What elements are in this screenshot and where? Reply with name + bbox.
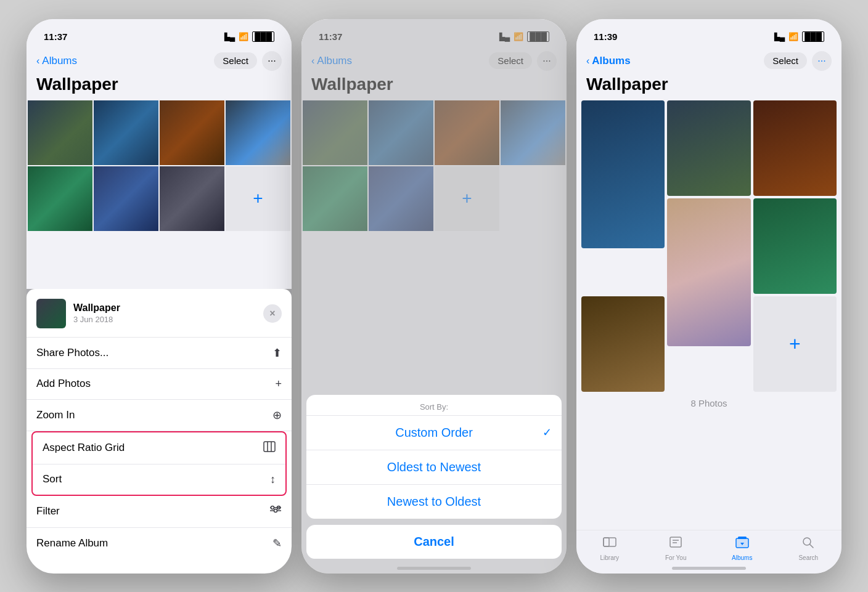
photo-cell-6[interactable] bbox=[94, 166, 158, 231]
tab-foryou[interactable]: For You bbox=[643, 535, 710, 561]
photo-cell-4[interactable] bbox=[226, 100, 290, 165]
menu-album-thumb-1 bbox=[36, 299, 66, 328]
home-indicator-3 bbox=[672, 567, 746, 570]
sort-newest-label: Newest to Oldest bbox=[387, 495, 481, 509]
sort-cancel-button-2[interactable]: Cancel bbox=[306, 525, 562, 559]
photo-cell-5[interactable] bbox=[28, 166, 92, 231]
svg-rect-12 bbox=[670, 537, 681, 547]
menu-item-add-label: Add Photos bbox=[36, 378, 91, 390]
albums-tab-label: Albums bbox=[732, 554, 752, 561]
status-icons-3: ▙▄ 📶 ███ bbox=[774, 31, 824, 42]
battery-icon: ███ bbox=[252, 31, 274, 42]
select-button-3[interactable]: Select bbox=[764, 52, 807, 69]
sort-icon: ↕ bbox=[270, 473, 276, 486]
menu-item-zoom-label: Zoom In bbox=[36, 409, 75, 421]
phone-1: 11:37 ▙▄ 📶 ███ ‹ Albums Select ··· Wallp… bbox=[27, 19, 292, 574]
menu-close-button-1[interactable]: × bbox=[263, 304, 282, 323]
search-tab-icon bbox=[801, 535, 816, 553]
nav-actions-1: Select ··· bbox=[214, 51, 282, 71]
status-icons-1: ▙▄ 📶 ███ bbox=[224, 31, 274, 42]
zoom-icon: ⊕ bbox=[272, 408, 282, 422]
share-icon: ⬆ bbox=[272, 346, 282, 360]
sort-header-2: Sort By: bbox=[306, 395, 562, 416]
photos-count-3: 8 Photos bbox=[576, 392, 841, 458]
menu-item-filter[interactable]: Filter bbox=[27, 496, 292, 528]
menu-item-add[interactable]: Add Photos + bbox=[27, 369, 292, 400]
phone-3: 11:39 ▙▄ 📶 ███ ‹ Albums Select ··· Wallp… bbox=[576, 19, 841, 574]
context-menu-1: Wallpaper 3 Jun 2018 × Share Photos... ⬆… bbox=[27, 289, 292, 574]
sort-sheet-2: Sort By: Custom Order ✓ Oldest to Newest… bbox=[301, 390, 567, 574]
aspect-photo-2[interactable] bbox=[581, 100, 665, 248]
foryou-tab-icon bbox=[668, 535, 683, 553]
menu-album-info-1: Wallpaper 3 Jun 2018 bbox=[73, 302, 256, 324]
status-bar-3: 11:39 ▙▄ 📶 ███ bbox=[576, 19, 841, 46]
menu-item-share[interactable]: Share Photos... ⬆ bbox=[27, 338, 292, 369]
sort-option-oldest[interactable]: Oldest to Newest bbox=[306, 450, 562, 485]
albums-tab-icon bbox=[735, 535, 750, 553]
menu-item-sort-label: Sort bbox=[43, 473, 62, 485]
aspect-photo-6[interactable] bbox=[753, 198, 837, 294]
status-bar-1: 11:37 ▙▄ 📶 ███ bbox=[27, 19, 292, 46]
time-1: 11:37 bbox=[44, 31, 67, 42]
nav-bar-1: ‹ Albums Select ··· bbox=[27, 46, 292, 73]
rename-icon: ✎ bbox=[272, 537, 282, 550]
photo-grid-1: + bbox=[27, 100, 292, 231]
menu-item-aspect[interactable]: Aspect Ratio Grid bbox=[33, 432, 285, 464]
add-icon: + bbox=[275, 378, 282, 391]
menu-item-rename[interactable]: Rename Album ✎ bbox=[27, 528, 292, 559]
signal-icon-3: ▙▄ bbox=[774, 33, 785, 41]
library-tab-label: Library bbox=[600, 554, 619, 561]
nav-bar-3: ‹ Albums Select ··· bbox=[576, 46, 841, 73]
sort-option-newest[interactable]: Newest to Oldest bbox=[306, 485, 562, 519]
back-label-1: Albums bbox=[42, 55, 77, 67]
page-title-3: Wallpaper bbox=[576, 73, 841, 100]
wifi-icon: 📶 bbox=[239, 32, 248, 41]
aspect-photo-1[interactable] bbox=[667, 100, 750, 196]
search-tab-label: Search bbox=[798, 554, 818, 561]
back-button-3[interactable]: ‹ Albums bbox=[586, 55, 631, 67]
aspect-ratio-icon bbox=[263, 441, 276, 455]
svg-point-3 bbox=[271, 506, 274, 509]
library-tab-icon bbox=[602, 535, 617, 553]
menu-album-title-1: Wallpaper bbox=[73, 302, 256, 314]
sort-custom-check: ✓ bbox=[542, 426, 552, 439]
nav-actions-3: Select ··· bbox=[764, 51, 832, 71]
select-button-1[interactable]: Select bbox=[214, 52, 257, 69]
aspect-photo-4[interactable] bbox=[667, 198, 750, 346]
photo-cell-1[interactable] bbox=[28, 100, 92, 165]
back-button-1[interactable]: ‹ Albums bbox=[36, 55, 77, 67]
menu-item-share-label: Share Photos... bbox=[36, 347, 108, 359]
menu-item-filter-label: Filter bbox=[36, 505, 60, 517]
menu-highlighted-group: Aspect Ratio Grid Sort ↕ bbox=[31, 431, 287, 496]
menu-item-sort[interactable]: Sort ↕ bbox=[33, 464, 285, 495]
menu-item-zoom[interactable]: Zoom In ⊕ bbox=[27, 400, 292, 431]
svg-rect-10 bbox=[604, 538, 616, 546]
signal-icon: ▙▄ bbox=[224, 33, 235, 41]
more-button-3[interactable]: ··· bbox=[812, 51, 832, 71]
svg-rect-0 bbox=[264, 442, 275, 452]
tab-library[interactable]: Library bbox=[576, 535, 643, 561]
menu-item-aspect-label: Aspect Ratio Grid bbox=[43, 442, 125, 454]
menu-header-1: Wallpaper 3 Jun 2018 × bbox=[27, 289, 292, 338]
sort-oldest-label: Oldest to Newest bbox=[387, 460, 481, 474]
add-photo-aspect[interactable]: + bbox=[753, 296, 837, 392]
tab-albums[interactable]: Albums bbox=[709, 535, 776, 561]
menu-album-date-1: 3 Jun 2018 bbox=[73, 315, 256, 324]
aspect-photo-3[interactable] bbox=[753, 100, 837, 196]
tab-search[interactable]: Search bbox=[776, 535, 842, 561]
add-photo-cell-1[interactable]: + bbox=[226, 166, 290, 231]
add-photo-icon-1: + bbox=[253, 189, 263, 208]
context-menu-overlay-1: Wallpaper 3 Jun 2018 × Share Photos... ⬆… bbox=[27, 289, 292, 574]
photo-cell-7[interactable] bbox=[160, 166, 224, 231]
back-chevron-icon-1: ‹ bbox=[36, 55, 39, 67]
time-3: 11:39 bbox=[594, 31, 617, 42]
photo-cell-2[interactable] bbox=[94, 100, 158, 165]
sort-option-custom[interactable]: Custom Order ✓ bbox=[306, 416, 562, 450]
back-chevron-icon-3: ‹ bbox=[586, 55, 589, 67]
more-button-1[interactable]: ··· bbox=[262, 51, 282, 71]
wifi-icon-3: 📶 bbox=[788, 32, 798, 41]
photo-cell-3[interactable] bbox=[160, 100, 224, 165]
foryou-tab-label: For You bbox=[665, 554, 686, 561]
svg-point-4 bbox=[274, 509, 277, 512]
aspect-photo-5[interactable] bbox=[581, 296, 665, 392]
